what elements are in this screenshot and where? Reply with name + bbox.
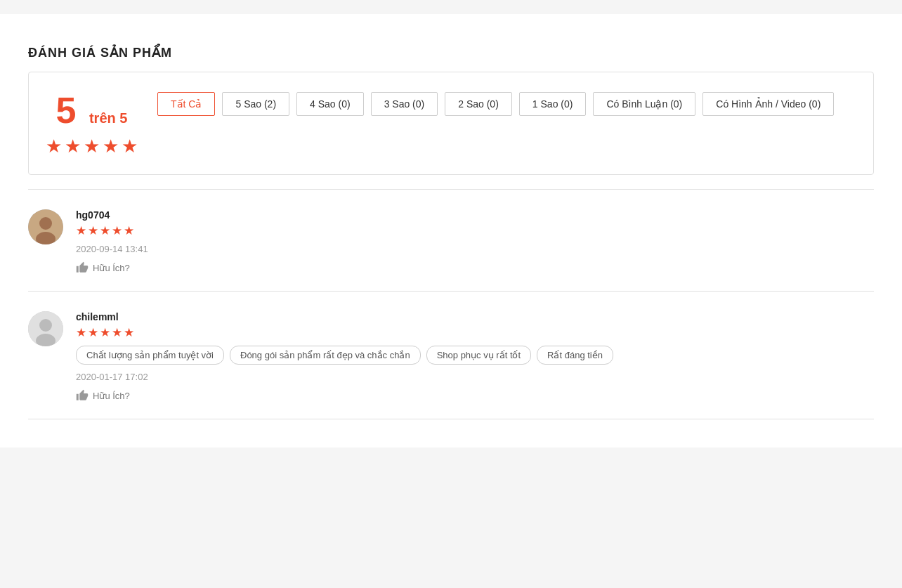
star-2: ★	[65, 136, 81, 157]
star-0: ★	[76, 223, 86, 238]
helpful-button[interactable]: Hữu Ích?	[76, 389, 130, 402]
star-0: ★	[76, 325, 86, 340]
star-3: ★	[112, 223, 122, 238]
filter-btn-3[interactable]: 3 Sao (0)	[371, 92, 438, 116]
section-title: ĐÁNH GIÁ SẢN PHẨM	[28, 28, 874, 72]
filter-btn-7[interactable]: Có Hình Ảnh / Video (0)	[702, 92, 834, 116]
filter-btn-2[interactable]: 4 Sao (0)	[296, 92, 364, 116]
filter-btn-0[interactable]: Tất Cả	[157, 92, 215, 116]
star-4: ★	[103, 136, 119, 157]
svg-point-1	[39, 217, 52, 230]
review-tag-3: Rất đáng tiền	[537, 346, 613, 365]
star-2: ★	[100, 325, 110, 340]
review-item: chilemml★★★★★Chất lượng sản phẩm tuyệt v…	[28, 292, 874, 419]
review-list: hg0704★★★★★2020-09-14 13:41 Hữu Ích? chi…	[28, 190, 874, 419]
reviewer-name: hg0704	[76, 209, 874, 221]
star-5: ★	[122, 136, 138, 157]
star-3: ★	[112, 325, 122, 340]
filter-btn-1[interactable]: 5 Sao (2)	[222, 92, 289, 116]
review-tag-0: Chất lượng sản phẩm tuyệt vời	[76, 346, 224, 365]
review-date: 2020-09-14 13:41	[76, 244, 874, 254]
reviewer-name: chilemml	[76, 311, 874, 322]
star-1: ★	[88, 223, 98, 238]
star-3: ★	[84, 136, 100, 157]
star-4: ★	[124, 325, 134, 340]
filter-buttons: Tất Cả5 Sao (2)4 Sao (0)3 Sao (0)2 Sao (…	[157, 92, 856, 116]
review-tag-2: Shop phục vụ rất tốt	[426, 346, 531, 365]
helpful-label: Hữu Ích?	[93, 391, 130, 401]
avatar-image	[28, 209, 63, 244]
star-1: ★	[88, 325, 98, 340]
star-4: ★	[124, 223, 134, 238]
filter-btn-6[interactable]: Có Bình Luận (0)	[593, 92, 695, 116]
review-stars: ★★★★★	[76, 223, 874, 238]
rating-number: 5 trên 5	[56, 92, 128, 129]
star-1: ★	[46, 136, 62, 157]
rating-stars-display: ★ ★ ★ ★ ★	[46, 136, 138, 157]
thumbs-up-icon	[76, 389, 89, 402]
avatar	[28, 311, 63, 346]
rating-summary-box: 5 trên 5 ★ ★ ★ ★ ★ Tất Cả5 Sao (2)4 Sao …	[28, 72, 874, 175]
rating-score: 5 trên 5 ★ ★ ★ ★ ★	[46, 92, 138, 157]
svg-point-4	[39, 319, 52, 332]
star-2: ★	[100, 223, 110, 238]
review-tag-1: Đóng gói sản phẩm rất đẹp và chắc chắn	[230, 346, 421, 365]
review-stars: ★★★★★	[76, 325, 874, 340]
review-date: 2020-01-17 17:02	[76, 372, 874, 382]
review-content: chilemml★★★★★Chất lượng sản phẩm tuyệt v…	[76, 311, 874, 402]
review-content: hg0704★★★★★2020-09-14 13:41 Hữu Ích?	[76, 209, 874, 274]
avatar	[28, 209, 63, 244]
helpful-label: Hữu Ích?	[93, 263, 130, 273]
filter-btn-5[interactable]: 1 Sao (0)	[519, 92, 587, 116]
helpful-button[interactable]: Hữu Ích?	[76, 261, 130, 274]
filter-btn-4[interactable]: 2 Sao (0)	[445, 92, 512, 116]
review-tags: Chất lượng sản phẩm tuyệt vờiĐóng gói sả…	[76, 346, 874, 365]
avatar-placeholder	[28, 311, 63, 346]
thumbs-up-icon	[76, 261, 89, 274]
review-item: hg0704★★★★★2020-09-14 13:41 Hữu Ích?	[28, 190, 874, 292]
